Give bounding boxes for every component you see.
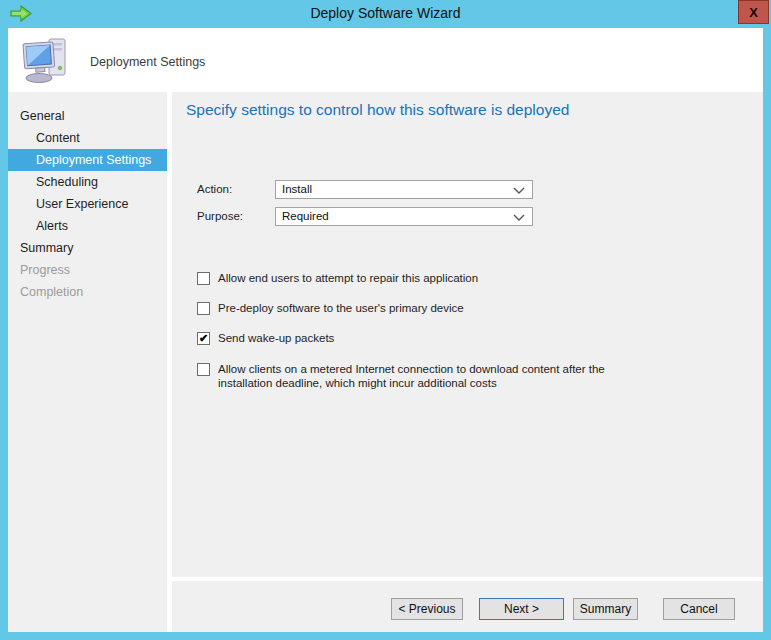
action-dropdown-value: Install: [282, 183, 312, 195]
nav-item-alerts[interactable]: Alerts: [8, 215, 167, 237]
nav-item-user-experience[interactable]: User Experience: [8, 193, 167, 215]
wizard-header: Deployment Settings: [8, 28, 763, 92]
checkbox-label: Allow clients on a metered Internet conn…: [218, 362, 638, 390]
checkbox-box checkmark-icon[interactable]: ✔: [197, 332, 210, 345]
summary-button[interactable]: Summary: [573, 598, 638, 620]
nav-item-deployment-settings[interactable]: Deployment Settings: [8, 149, 167, 171]
chevron-down-icon: [513, 187, 525, 194]
checkbox-send-wakeup-packets[interactable]: ✔ Send wake-up packets: [197, 332, 334, 345]
close-icon: X: [749, 5, 758, 20]
nav-item-general[interactable]: General: [8, 105, 167, 127]
next-button[interactable]: Next >: [479, 598, 564, 620]
cancel-button[interactable]: Cancel: [663, 598, 735, 620]
checkbox-box[interactable]: [197, 272, 210, 285]
checkbox-label: Pre-deploy software to the user's primar…: [218, 301, 464, 315]
nav-item-content[interactable]: Content: [8, 127, 167, 149]
checkbox-allow-repair[interactable]: Allow end users to attempt to repair thi…: [197, 272, 478, 285]
checkbox-box[interactable]: [197, 302, 210, 315]
button-bar: < Previous Next > Summary Cancel: [172, 581, 763, 632]
purpose-label: Purpose:: [197, 207, 243, 226]
previous-button[interactable]: < Previous: [391, 598, 463, 620]
nav-item-summary[interactable]: Summary: [8, 237, 167, 259]
action-label: Action:: [197, 180, 232, 199]
nav-item-scheduling[interactable]: Scheduling: [8, 171, 167, 193]
action-dropdown[interactable]: Install: [275, 180, 533, 199]
purpose-dropdown-value: Required: [282, 210, 329, 222]
nav-item-progress: Progress: [8, 259, 167, 281]
wizard-nav: General Content Deployment Settings Sche…: [8, 92, 167, 632]
window-title: Deploy Software Wizard: [0, 0, 771, 28]
checkbox-label: Allow end users to attempt to repair thi…: [218, 271, 478, 285]
checkbox-predeploy-primary-device[interactable]: Pre-deploy software to the user's primar…: [197, 302, 464, 315]
titlebar: Deploy Software Wizard X: [0, 0, 771, 28]
content-pane: Specify settings to control how this sof…: [172, 92, 763, 577]
close-button[interactable]: X: [738, 0, 769, 24]
checkbox-label: Send wake-up packets: [218, 331, 334, 345]
wizard-step-title: Deployment Settings: [90, 55, 205, 69]
checkbox-box[interactable]: [197, 363, 210, 376]
nav-item-completion: Completion: [8, 281, 167, 303]
page-title: Specify settings to control how this sof…: [186, 101, 569, 119]
computer-icon: [22, 36, 70, 84]
purpose-dropdown[interactable]: Required: [275, 207, 533, 226]
checkbox-metered-connection[interactable]: Allow clients on a metered Internet conn…: [197, 363, 638, 390]
deploy-software-wizard-window: Deploy Software Wizard X Deployment Sett…: [0, 0, 771, 640]
chevron-down-icon: [513, 214, 525, 221]
